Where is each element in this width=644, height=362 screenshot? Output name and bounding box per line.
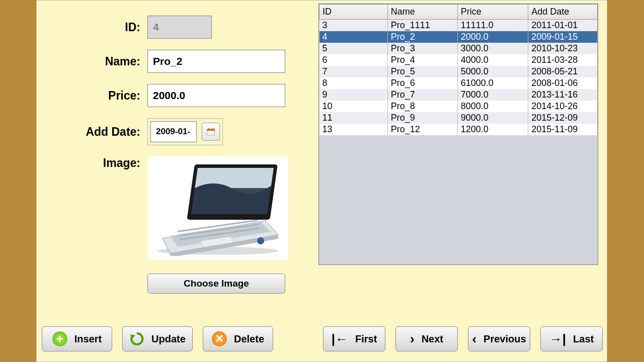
cell-name: Pro_12: [387, 124, 457, 135]
svg-point-15: [257, 237, 264, 244]
calendar-icon: [207, 128, 215, 135]
cell-price: 4000.0: [457, 54, 528, 66]
cell-name: Pro_9: [387, 112, 457, 124]
row-image: Image:: [42, 156, 313, 259]
cell-id: 10: [319, 101, 388, 112]
label-name: Name:: [42, 55, 147, 68]
table-row[interactable]: 11Pro_99000.02015-12-09: [319, 112, 598, 124]
data-table-wrap: ID Name Price Add Date 3Pro_111111111.02…: [318, 4, 598, 265]
id-field[interactable]: [147, 16, 212, 39]
cell-id: 11: [319, 112, 388, 124]
next-label: Next: [422, 333, 443, 345]
name-field[interactable]: [147, 50, 285, 73]
cell-price: 1200.0: [457, 124, 528, 135]
delete-label: Delete: [234, 333, 264, 345]
cell-add_date: 2015-12-09: [528, 112, 598, 124]
refresh-icon: [129, 331, 144, 346]
cell-add_date: 2009-01-15: [528, 31, 598, 43]
cell-price: 11111.0: [457, 20, 528, 32]
table-row[interactable]: 6Pro_44000.02011-03-28: [319, 54, 598, 66]
cell-id: 5: [319, 43, 388, 54]
table-header-row: ID Name Price Add Date: [319, 5, 598, 20]
cell-name: Pro_5: [387, 66, 457, 77]
insert-label: Insert: [74, 333, 102, 345]
cell-name: Pro_3: [387, 43, 457, 54]
cell-price: 7000.0: [457, 89, 528, 101]
button-bar: + Insert Update ✕ Delete |← First › Next: [42, 326, 603, 351]
main-panel: ID: Name: Price: Add Date:: [36, 0, 607, 362]
form-area: ID: Name: Price: Add Date:: [42, 16, 313, 294]
price-field[interactable]: [147, 84, 285, 107]
table-row[interactable]: 7Pro_55000.02008-05-21: [319, 66, 598, 77]
label-add-date: Add Date:: [42, 125, 147, 139]
svg-rect-1: [207, 129, 215, 131]
image-preview: [147, 156, 288, 259]
table-row[interactable]: 10Pro_88000.02014-10-26: [319, 101, 598, 112]
cell-add_date: 2008-05-21: [528, 66, 598, 77]
choose-image-button[interactable]: Choose Image: [147, 274, 285, 294]
cell-price: 61000.0: [457, 77, 528, 89]
cell-id: 3: [319, 20, 388, 32]
cell-name: Pro_1111: [387, 20, 457, 32]
table-row[interactable]: 8Pro_661000.02008-01-06: [319, 77, 598, 89]
insert-button[interactable]: + Insert: [42, 326, 112, 351]
previous-label: Previous: [484, 333, 526, 345]
cell-id: 4: [319, 31, 388, 43]
delete-button[interactable]: ✕ Delete: [203, 326, 273, 351]
cell-add_date: 2013-11-16: [528, 89, 598, 101]
first-button[interactable]: |← First: [323, 326, 385, 351]
label-image: Image:: [42, 156, 147, 170]
table-row[interactable]: 4Pro_22000.02009-01-15: [319, 31, 598, 43]
date-picker-button[interactable]: [202, 123, 220, 141]
cell-name: Pro_7: [387, 89, 457, 101]
cell-price: 9000.0: [457, 112, 528, 124]
plus-icon: +: [52, 331, 67, 346]
row-add-date: Add Date:: [42, 118, 313, 145]
cell-add_date: 2014-10-26: [528, 101, 598, 112]
col-header-name[interactable]: Name: [387, 5, 457, 20]
svg-rect-3: [212, 128, 213, 130]
last-icon: →|: [549, 331, 566, 347]
cell-name: Pro_2: [387, 31, 457, 43]
label-id: ID:: [42, 21, 147, 34]
next-icon: ›: [410, 331, 415, 347]
cell-add_date: 2008-01-06: [528, 77, 598, 89]
cell-name: Pro_8: [387, 101, 457, 112]
delete-icon: ✕: [212, 331, 227, 346]
cell-add_date: 2011-01-01: [528, 20, 598, 32]
data-table[interactable]: ID Name Price Add Date 3Pro_111111111.02…: [319, 4, 598, 135]
laptop-image: [152, 160, 283, 256]
cell-name: Pro_6: [387, 77, 457, 89]
last-button[interactable]: →| Last: [540, 326, 603, 351]
row-price: Price:: [42, 84, 313, 107]
row-name: Name:: [42, 50, 313, 73]
cell-price: 5000.0: [457, 66, 528, 77]
table-row[interactable]: 3Pro_111111111.02011-01-01: [319, 20, 598, 32]
table-row[interactable]: 5Pro_33000.02010-10-23: [319, 43, 598, 54]
first-label: First: [355, 333, 377, 345]
cell-id: 7: [319, 66, 388, 77]
col-header-price[interactable]: Price: [457, 5, 528, 20]
col-header-id[interactable]: ID: [319, 5, 388, 20]
col-header-add-date[interactable]: Add Date: [528, 5, 598, 20]
cell-add_date: 2010-10-23: [528, 43, 598, 54]
cell-id: 8: [319, 77, 388, 89]
cell-id: 6: [319, 54, 388, 66]
update-button[interactable]: Update: [122, 326, 193, 351]
add-date-field[interactable]: [150, 121, 197, 142]
update-label: Update: [151, 333, 186, 345]
cell-price: 2000.0: [457, 31, 528, 43]
date-wrap: [147, 118, 223, 145]
cell-price: 3000.0: [457, 43, 528, 54]
table-row[interactable]: 9Pro_77000.02013-11-16: [319, 89, 598, 101]
previous-button[interactable]: ‹ Previous: [468, 326, 530, 351]
svg-rect-2: [208, 128, 209, 130]
next-button[interactable]: › Next: [395, 326, 458, 351]
cell-price: 8000.0: [457, 101, 528, 112]
first-icon: |←: [332, 331, 348, 347]
cell-add_date: 2015-11-09: [528, 124, 598, 135]
cell-name: Pro_4: [387, 54, 457, 66]
table-row[interactable]: 13Pro_121200.02015-11-09: [319, 124, 598, 135]
cell-id: 9: [319, 89, 388, 101]
cell-id: 13: [319, 124, 388, 135]
